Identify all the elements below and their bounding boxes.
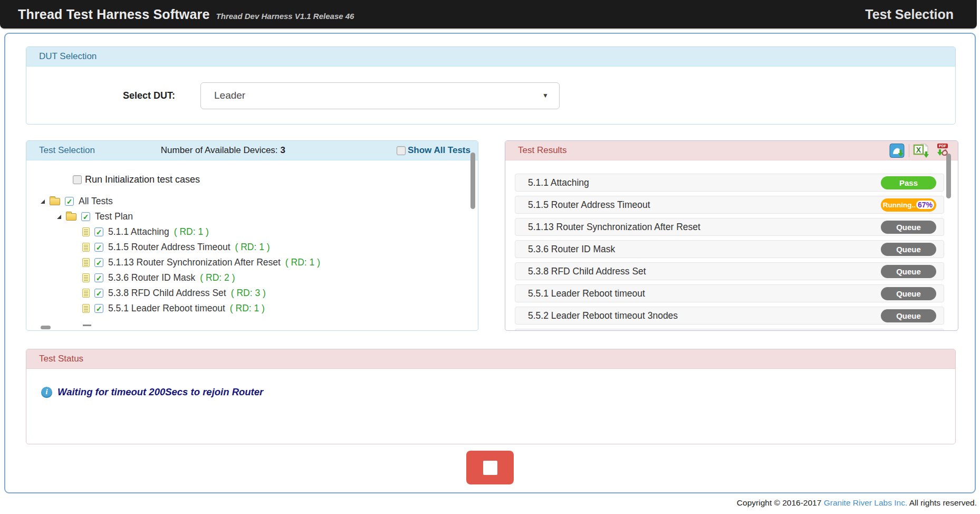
folder-icon	[50, 198, 60, 205]
result-row[interactable]: 5.5.2 Leader Reboot timeout 3nodes Queue	[515, 307, 944, 325]
test-selection-heading: Test Selection Number of Available Devic…	[26, 141, 478, 160]
result-row[interactable]: 5.3.8 RFD Child Address Set Queue	[515, 262, 944, 280]
test-results-panel: Test Results X	[505, 140, 958, 331]
dut-panel-body: Select DUT: Leader ▼	[26, 66, 955, 125]
result-name: 5.5.1 Leader Reboot timeout	[528, 288, 645, 299]
all-tests-checkbox[interactable]: ✓	[65, 197, 74, 206]
test-case-checkbox[interactable]: ✓	[94, 304, 103, 313]
chevron-down-icon: ▼	[542, 92, 549, 99]
status-badge-queue: Queue	[881, 309, 936, 322]
excel-report-download-icon[interactable]: X	[913, 143, 930, 158]
app-title: Thread Test Harness Software	[18, 7, 210, 22]
caret-expanded-icon[interactable]	[41, 199, 45, 204]
test-status-body: i Waiting for timeout 200Secs to rejoin …	[26, 369, 955, 398]
result-row-clipped[interactable]: Queue	[515, 329, 944, 330]
file-icon	[82, 243, 90, 252]
info-icon: i	[41, 387, 52, 398]
test-case-checkbox[interactable]: ✓	[94, 273, 103, 282]
result-name: 5.3.8 RFD Child Address Set	[528, 266, 646, 277]
check-icon: ✓	[96, 229, 102, 236]
clipped-tree-row	[83, 325, 91, 326]
test-case-rd: ( RD: 1 )	[235, 242, 270, 253]
test-status-panel: Test Status i Waiting for timeout 200Sec…	[26, 349, 956, 444]
file-icon	[82, 289, 90, 298]
result-row[interactable]: 5.1.1 Attaching Pass	[515, 174, 944, 192]
tree-node-test-case[interactable]: ✓ 5.3.6 Router ID Mask ( RD: 2 )	[26, 270, 478, 285]
tree-node-test-plan[interactable]: ✓ Test Plan	[26, 209, 478, 224]
result-row[interactable]: 5.1.13 Router Synchronization After Rese…	[515, 218, 944, 236]
test-case-name: 5.1.5 Router Address Timeout	[108, 242, 230, 253]
result-row[interactable]: 5.3.6 Router ID Mask Queue	[515, 240, 944, 258]
test-case-name: 5.3.6 Router ID Mask	[108, 272, 195, 283]
test-plan-checkbox[interactable]: ✓	[81, 212, 90, 221]
test-case-name: 5.3.8 RFD Child Address Set	[108, 288, 226, 299]
status-message: Waiting for timeout 200Secs to rejoin Ro…	[57, 386, 263, 398]
tree-node-label: Test Plan	[95, 211, 133, 222]
company-link[interactable]: Granite River Labs Inc.	[824, 498, 908, 507]
check-icon: ✓	[66, 198, 73, 205]
check-icon: ✓	[96, 290, 102, 297]
stop-button[interactable]	[466, 451, 514, 484]
folder-icon	[66, 213, 76, 221]
page-title: Test Selection	[865, 7, 954, 22]
file-icon	[82, 273, 90, 282]
test-case-rd: ( RD: 1 )	[230, 303, 265, 314]
export-toolbar: X PDF	[889, 143, 950, 158]
test-selection-body: Run Initialization test cases ✓ All Test…	[26, 160, 478, 330]
check-icon: ✓	[83, 213, 89, 221]
dut-select[interactable]: Leader ▼	[200, 82, 560, 109]
tree-node-all-tests[interactable]: ✓ All Tests	[26, 194, 478, 209]
test-case-rd: ( RD: 2 )	[200, 272, 235, 283]
test-case-checkbox[interactable]: ✓	[94, 258, 103, 267]
vertical-scrollbar-thumb[interactable]	[946, 154, 951, 198]
main-container: DUT Selection Select DUT: Leader ▼ Test …	[4, 33, 976, 493]
tree-node-test-case[interactable]: ✓ 5.1.13 Router Synchronization After Re…	[26, 255, 478, 270]
test-case-checkbox[interactable]: ✓	[94, 289, 103, 298]
result-row[interactable]: 5.1.5 Router Address Timeout Running.. 6…	[515, 196, 944, 214]
tree-node-test-case[interactable]: ✓ 5.1.5 Router Address Timeout ( RD: 1 )	[26, 240, 478, 255]
run-initialization-toggle[interactable]: Run Initialization test cases	[73, 174, 478, 185]
result-name: 5.1.1 Attaching	[528, 177, 589, 188]
file-icon	[82, 304, 90, 313]
result-name: 5.3.6 Router ID Mask	[528, 244, 615, 255]
stop-icon	[483, 461, 497, 475]
result-name: 5.1.5 Router Address Timeout	[528, 199, 650, 211]
file-icon	[82, 227, 90, 236]
available-devices-count: 3	[281, 145, 285, 155]
status-badge-queue: Queue	[881, 287, 936, 300]
status-badge-running: Running.. 67%	[881, 198, 936, 212]
status-badge-queue: Queue	[881, 243, 936, 256]
show-all-tests-toggle[interactable]: Show All Tests	[397, 145, 470, 156]
result-row[interactable]: 5.5.1 Leader Reboot timeout Queue	[515, 284, 944, 302]
horizontal-scrollbar-thumb[interactable]	[41, 326, 51, 329]
test-case-name: 5.5.1 Leader Reboot timeout	[108, 303, 225, 314]
vertical-scrollbar-thumb[interactable]	[470, 153, 475, 209]
test-case-checkbox[interactable]: ✓	[94, 243, 103, 252]
dut-selection-panel: DUT Selection Select DUT: Leader ▼	[26, 46, 956, 125]
status-badge-queue: Queue	[881, 265, 936, 278]
test-results-heading: Test Results X	[505, 141, 958, 160]
caret-expanded-icon[interactable]	[57, 215, 61, 219]
test-status-heading: Test Status	[26, 349, 955, 369]
test-results-title: Test Results	[518, 145, 567, 156]
tree-node-test-case[interactable]: ✓ 5.1.1 Attaching ( RD: 1 )	[26, 224, 478, 240]
toolbar-divider	[909, 144, 909, 157]
copyright-suffix: All rights reserved.	[907, 498, 977, 507]
tree-node-label: All Tests	[79, 196, 113, 207]
run-initialization-checkbox[interactable]	[73, 175, 82, 184]
test-status-title: Test Status	[39, 354, 83, 364]
run-initialization-label: Run Initialization test cases	[85, 174, 200, 185]
svg-text:X: X	[916, 145, 921, 154]
tree-node-test-case[interactable]: ✓ 5.3.8 RFD Child Address Set ( RD: 3 )	[26, 285, 478, 301]
available-devices-text: Number of Available Devices:3	[161, 145, 285, 156]
status-badge-queue: Queue	[881, 221, 936, 234]
test-case-checkbox[interactable]: ✓	[94, 227, 103, 236]
select-dut-label: Select DUT:	[26, 90, 175, 101]
dut-panel-heading: DUT Selection	[26, 47, 955, 66]
check-icon: ✓	[96, 305, 102, 312]
wireshark-capture-download-icon[interactable]	[889, 143, 905, 158]
test-case-rd: ( RD: 1 )	[285, 257, 320, 268]
tree-node-test-case[interactable]: ✓ 5.5.1 Leader Reboot timeout ( RD: 1 )	[26, 301, 478, 316]
svg-text:PDF: PDF	[939, 144, 947, 148]
show-all-tests-checkbox[interactable]	[397, 146, 406, 155]
